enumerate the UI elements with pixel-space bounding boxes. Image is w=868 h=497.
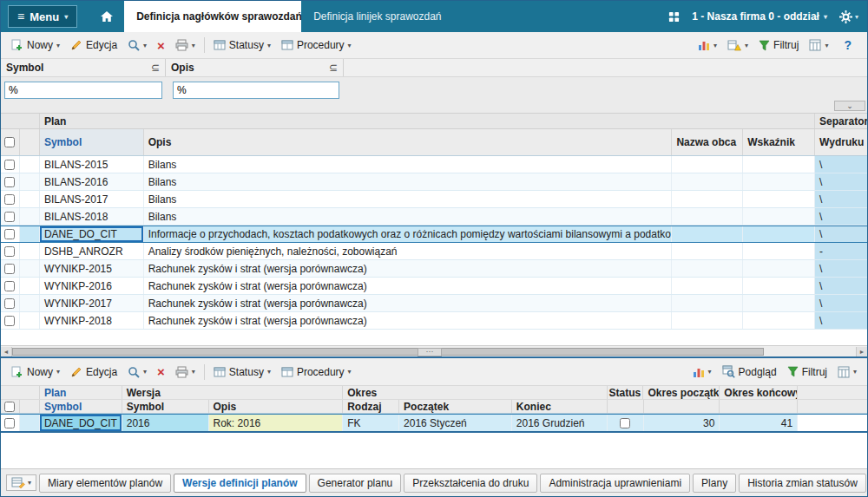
group-header-wersja[interactable]: Wersja	[122, 386, 343, 399]
row-checkbox[interactable]	[4, 194, 15, 205]
filter-button[interactable]: Filtruj	[782, 363, 832, 381]
column-header-koniec[interactable]: Koniec	[512, 400, 608, 413]
column-header-wskaznik[interactable]: Wskaźnik	[743, 129, 815, 155]
nazwa-obca-cell[interactable]	[672, 312, 743, 329]
horizontal-scrollbar[interactable]: ◄ ··· ►	[1, 345, 867, 356]
column-header-opis[interactable]: Opis	[209, 400, 344, 413]
symbol-cell[interactable]: BILANS-2018	[40, 208, 144, 225]
new-button[interactable]: Nowy ▾	[6, 36, 65, 54]
row-checkbox[interactable]	[4, 281, 15, 291]
tab-definicja-linijek-sprawozdan[interactable]: Definicja linijek sprawozdań	[301, 1, 453, 32]
statuses-button[interactable]: Statusy ▾	[208, 36, 276, 54]
row-checkbox[interactable]	[4, 160, 15, 170]
nazwa-obca-cell[interactable]	[672, 260, 743, 277]
tab-przeksztalcenia-do-druku[interactable]: Przekształcenia do druku	[404, 474, 537, 493]
select-all-checkbox[interactable]	[4, 137, 15, 147]
row-checkbox[interactable]	[4, 316, 15, 326]
wskaznik-cell[interactable]	[743, 295, 815, 311]
home-button[interactable]	[89, 1, 124, 32]
filter-button[interactable]: Filtruj	[753, 36, 804, 54]
table-row[interactable]: BILANS-2016 Bilans \	[1, 173, 867, 191]
group-header-separator[interactable]: Separator	[815, 114, 867, 128]
tab-generator-planu[interactable]: Generator planu	[309, 474, 402, 493]
wskaznik-cell[interactable]	[743, 226, 815, 242]
select-all-checkbox[interactable]	[4, 402, 15, 412]
table-row[interactable]: BILANS-2018 Bilans \	[1, 208, 867, 226]
wskaznik-cell[interactable]	[743, 260, 815, 277]
delete-button[interactable]: ×	[152, 37, 170, 54]
column-header-symbol[interactable]: Symbol	[40, 129, 144, 155]
symbol-filter-input[interactable]	[4, 82, 162, 99]
table-row[interactable]: DSHB_ANROZR Analizy środków pieniężnych,…	[1, 243, 867, 260]
separator-cell[interactable]: \	[815, 278, 867, 294]
column-header-wersja-symbol[interactable]: Symbol	[122, 400, 209, 413]
row-checkbox[interactable]	[4, 298, 15, 309]
tab-historia-zmian-statusow[interactable]: Historia zmian statusów	[739, 474, 866, 493]
separator-cell[interactable]: \	[815, 191, 867, 207]
symbol-cell-focused[interactable]: DANE_DO_CIT	[40, 226, 144, 242]
report-warning-button[interactable]: ▾	[722, 36, 753, 54]
nazwa-obca-cell[interactable]	[672, 226, 743, 242]
scroll-right-arrow[interactable]: ►	[856, 347, 867, 356]
grid-edit-button[interactable]: ▾	[6, 474, 36, 491]
table-row[interactable]: WYNIKP-2016 Rachunek zysków i strat (wer…	[1, 278, 867, 295]
symbol-cell[interactable]: BILANS-2016	[40, 173, 144, 190]
group-header-plan[interactable]: Plan	[40, 386, 122, 399]
delete-button[interactable]: ×	[152, 363, 170, 380]
row-checkbox[interactable]	[4, 246, 15, 257]
chart-button[interactable]: ▾	[693, 36, 722, 54]
column-header-wydruku[interactable]: Wydruku	[815, 129, 867, 155]
opis-cell[interactable]: Informacje o przychodach, kosztach podat…	[144, 226, 673, 242]
separator-cell[interactable]: \	[815, 312, 867, 329]
nazwa-obca-cell[interactable]	[672, 278, 743, 294]
apps-grid-button[interactable]	[668, 11, 680, 23]
symbol-cell[interactable]: DSHB_ANROZR	[40, 243, 144, 259]
table-options-button[interactable]: ▾	[832, 363, 862, 381]
column-header-poczatek[interactable]: Początek	[399, 400, 512, 413]
separator-cell[interactable]: \	[815, 208, 867, 225]
opis-cell[interactable]: Bilans	[144, 156, 673, 173]
wskaznik-cell[interactable]	[743, 243, 815, 259]
rodzaj-cell[interactable]: FK	[343, 415, 399, 431]
filter-column-symbol[interactable]: Symbol ⊆	[1, 59, 166, 76]
okres-poczatkowy-cell[interactable]: 30	[644, 415, 720, 431]
tab-administracja-uprawnieniami[interactable]: Administracja uprawnieniami	[540, 474, 690, 493]
table-row[interactable]: BILANS-2017 Bilans \	[1, 191, 867, 208]
separator-cell[interactable]: \	[815, 156, 867, 173]
wskaznik-cell[interactable]	[743, 191, 815, 207]
preview-button[interactable]: ▾	[122, 36, 152, 54]
edit-button[interactable]: Edycja	[65, 363, 122, 381]
filter-collapse-button[interactable]: ⌄	[834, 101, 865, 111]
column-header-rodzaj[interactable]: Rodzaj	[343, 400, 399, 413]
opis-cell[interactable]: Rachunek zysków i strat (wersja porównaw…	[144, 278, 673, 294]
koniec-cell[interactable]: 2016 Grudzień	[512, 415, 608, 431]
opis-cell[interactable]: Rachunek zysków i strat (wersja porównaw…	[144, 312, 673, 329]
nazwa-obca-cell[interactable]	[672, 156, 743, 173]
company-selector[interactable]: 1 - Nasza firma 0 - oddział ▾	[692, 10, 827, 23]
symbol-cell[interactable]: BILANS-2015	[40, 156, 144, 173]
wskaznik-cell[interactable]	[743, 173, 815, 190]
column-header-plan-symbol[interactable]: Symbol	[40, 400, 122, 413]
nazwa-obca-cell[interactable]	[672, 295, 743, 311]
poczatek-cell[interactable]: 2016 Styczeń	[399, 415, 512, 431]
nazwa-obca-cell[interactable]	[672, 243, 743, 259]
print-button[interactable]: ▾	[170, 363, 201, 381]
separator-cell[interactable]: \	[815, 173, 867, 190]
table-row[interactable]: WYNIKP-2018 Rachunek zysków i strat (wer…	[1, 312, 867, 330]
procedures-button[interactable]: Procedury ▾	[276, 36, 357, 54]
preview-window-button[interactable]: Podgląd	[717, 363, 782, 381]
filter-column-opis[interactable]: Opis ⊆	[166, 59, 344, 76]
opis-cell[interactable]: Rok: 2016	[209, 415, 344, 431]
nazwa-obca-cell[interactable]	[672, 191, 743, 207]
symbol-cell[interactable]: WYNIKP-2016	[40, 278, 144, 294]
tab-wersje-definicji-planow[interactable]: Wersje definicji planów	[174, 474, 306, 493]
row-checkbox[interactable]	[4, 177, 15, 187]
plan-symbol-cell-focused[interactable]: DANE_DO_CIT	[40, 415, 122, 431]
wskaznik-cell[interactable]	[743, 312, 815, 329]
print-button[interactable]: ▾	[170, 36, 201, 54]
chart-button[interactable]: ▾	[687, 363, 717, 381]
opis-cell[interactable]: Bilans	[144, 173, 673, 190]
statuses-button[interactable]: Statusy ▾	[208, 363, 276, 381]
wskaznik-cell[interactable]	[743, 156, 815, 173]
table-row[interactable]: WYNIKP-2015 Rachunek zysków i strat (wer…	[1, 260, 867, 278]
